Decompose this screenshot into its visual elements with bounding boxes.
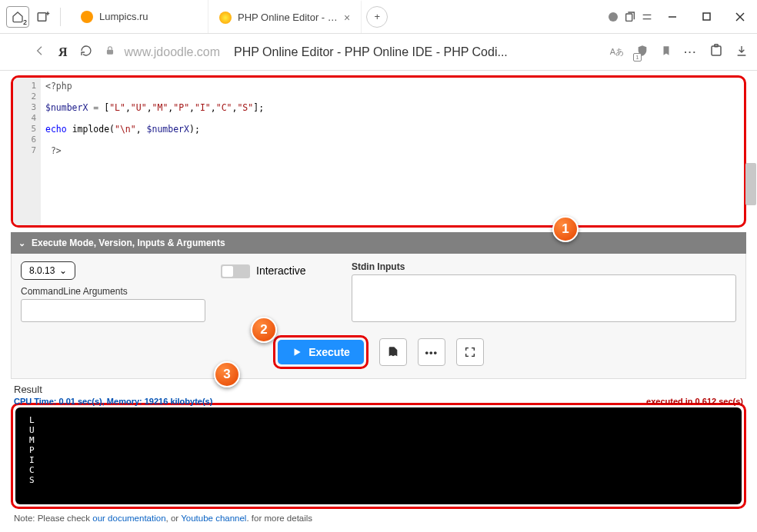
cmd-args-label: CommandLine Arguments xyxy=(21,286,205,297)
svg-rect-7 xyxy=(106,50,112,55)
url-domain[interactable]: www.jdoodle.com xyxy=(125,45,221,59)
tab-jdoodle[interactable]: PHP Online Editor - PHP × xyxy=(208,0,362,33)
fullscreen-button[interactable] xyxy=(456,338,484,366)
step-badge-3: 3 xyxy=(214,361,240,387)
result-exec-time: executed in 0.612 sec(s) xyxy=(646,397,743,406)
doc-link[interactable]: our documentation xyxy=(92,514,165,523)
footer-note: Note: Please check our documentation, or… xyxy=(11,509,746,527)
shield-icon[interactable]: 1 xyxy=(636,45,649,59)
code-editor[interactable]: 1234567 <?php $numberX = ["L","U","M","P… xyxy=(11,75,746,228)
svg-rect-2 xyxy=(626,14,632,21)
stdin-label: Stdin Inputs xyxy=(352,261,736,272)
tab-title: Lumpics.ru xyxy=(99,11,148,22)
exec-header-label: Execute Mode, Version, Inputs & Argument… xyxy=(32,238,225,248)
reload-button[interactable] xyxy=(77,45,95,59)
interactive-toggle[interactable] xyxy=(221,264,250,278)
exec-options: 8.0.13 ⌄ CommandLine Arguments Interacti… xyxy=(11,254,746,329)
save-button[interactable] xyxy=(379,338,407,366)
interactive-label: Interactive xyxy=(256,264,306,277)
address-bar: Я www.jdoodle.com PHP Online Editor - PH… xyxy=(0,34,757,71)
more-menu-icon[interactable]: ··· xyxy=(684,46,697,58)
new-window-icon[interactable] xyxy=(34,8,52,26)
minimize-button[interactable] xyxy=(655,3,689,31)
svg-rect-4 xyxy=(703,13,710,20)
extensions-icon[interactable] xyxy=(709,44,723,60)
tab-lumpics[interactable]: Lumpics.ru xyxy=(70,0,208,33)
collections-icon[interactable] xyxy=(622,8,639,25)
close-window-button[interactable] xyxy=(723,3,757,31)
version-select[interactable]: 8.0.13 ⌄ xyxy=(21,261,75,280)
svg-rect-8 xyxy=(712,46,721,55)
svg-point-1 xyxy=(609,12,618,22)
tab-favicon xyxy=(81,11,93,23)
terminal-frame: L U M P I C S xyxy=(11,403,746,509)
home-button[interactable]: 2 xyxy=(6,6,29,28)
chevron-down-icon: ⌄ xyxy=(18,238,25,248)
chevron-down-icon: ⌄ xyxy=(59,265,67,276)
translate-icon[interactable]: Aあ xyxy=(610,46,624,58)
home-badge: 2 xyxy=(23,18,27,26)
browser-titlebar: 2 Lumpics.ru PHP Online Editor - PHP × + xyxy=(0,0,757,34)
youtube-link[interactable]: Youtube channel xyxy=(181,514,246,523)
tab-favicon xyxy=(219,12,232,24)
maximize-button[interactable] xyxy=(689,3,723,31)
download-icon[interactable] xyxy=(735,45,748,59)
execute-label: Execute xyxy=(308,346,350,358)
action-bar: Execute ••• xyxy=(11,329,746,379)
more-actions-button[interactable]: ••• xyxy=(418,338,445,366)
step-badge-2: 2 xyxy=(251,317,277,343)
result-label: Result xyxy=(11,379,746,397)
cmd-args-input[interactable] xyxy=(21,299,205,322)
step-badge-1: 1 xyxy=(552,216,579,242)
svg-rect-0 xyxy=(38,12,46,21)
yandex-icon[interactable]: Я xyxy=(58,45,68,59)
close-icon[interactable]: × xyxy=(344,12,350,24)
line-gutter: 1234567 xyxy=(13,78,41,225)
url-title: PHP Online Editor - PHP Online IDE - PHP… xyxy=(234,45,508,59)
stdin-input[interactable] xyxy=(352,274,736,322)
result-output[interactable]: L U M P I C S xyxy=(15,407,742,504)
code-content[interactable]: <?php $numberX = ["L","U","M","P","I","C… xyxy=(41,78,744,225)
tab-title: PHP Online Editor - PHP xyxy=(238,12,338,23)
page-scrollbar[interactable] xyxy=(745,163,756,205)
result-cpu-mem: CPU Time: 0.01 sec(s), Memory: 19216 kil… xyxy=(14,397,212,406)
tab-strip: Lumpics.ru PHP Online Editor - PHP × + xyxy=(70,0,605,33)
settings-dash-icon[interactable] xyxy=(639,8,655,25)
globe-icon[interactable] xyxy=(605,8,622,25)
bookmark-icon[interactable] xyxy=(661,45,672,59)
back-button[interactable] xyxy=(31,45,49,59)
exec-panel-header[interactable]: ⌄ Execute Mode, Version, Inputs & Argume… xyxy=(11,232,746,254)
new-tab-button[interactable]: + xyxy=(366,6,388,28)
lock-icon[interactable] xyxy=(105,45,115,58)
execute-button[interactable]: Execute xyxy=(278,340,364,364)
version-value: 8.0.13 xyxy=(29,265,55,276)
